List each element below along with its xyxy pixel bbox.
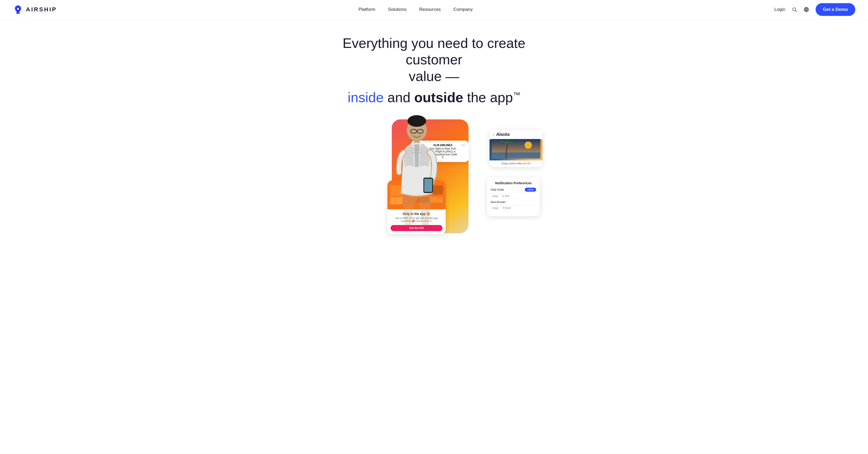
svg-rect-18 — [492, 152, 540, 158]
language-button[interactable] — [803, 7, 809, 12]
alaska-airlines-card: ‹ Alaska — [490, 130, 542, 167]
svg-rect-11 — [412, 150, 422, 151]
brand-name: AIRSHIP — [26, 6, 57, 13]
person-illustration — [389, 114, 442, 236]
svg-rect-10 — [412, 148, 422, 149]
pref-item-daily-deals: Daily Deals eGifts ● App ● SMS — [491, 188, 536, 198]
globe-icon — [803, 7, 809, 12]
nav-item-company[interactable]: Company — [453, 7, 473, 12]
svg-point-8 — [407, 115, 426, 127]
get-demo-button[interactable]: Get a Demo — [815, 3, 855, 16]
search-button[interactable] — [792, 7, 797, 12]
nav-link-solutions[interactable]: Solutions — [388, 7, 406, 12]
hero-headline: Everything you need to create customer v… — [331, 35, 537, 85]
alaska-promo-text: Enjoy some miles on us! — [490, 160, 542, 167]
alaska-scene-svg — [492, 138, 540, 159]
hero-subheadline: inside and outside the app™ — [348, 89, 520, 107]
person-svg — [389, 114, 442, 236]
nav-menu: Platform Solutions Resources Company — [359, 7, 473, 12]
airship-logo-icon — [13, 4, 23, 15]
pref-row-daily: Daily Deals eGifts — [491, 188, 536, 192]
search-icon — [792, 7, 797, 12]
svg-point-0 — [17, 8, 19, 10]
nav-link-resources[interactable]: Resources — [419, 7, 441, 12]
pref-divider-2 — [491, 205, 536, 205]
navbar: AIRSHIP Platform Solutions Resources Com… — [0, 0, 868, 19]
nav-item-resources[interactable]: Resources — [419, 7, 441, 12]
svg-point-1 — [793, 8, 796, 11]
brand-logo[interactable]: AIRSHIP — [13, 4, 57, 15]
alaska-image — [490, 139, 542, 160]
svg-point-17 — [525, 141, 532, 149]
nav-link-platform[interactable]: Platform — [359, 7, 375, 12]
hero-section: Everything you need to create customer v… — [0, 19, 868, 252]
pref-row-arrivals: New Arrivals — [491, 201, 536, 204]
pref-item-new-arrivals: New Arrivals ● App ✉ Email — [491, 201, 536, 210]
pref-chips-daily: ● App ● SMS — [491, 194, 536, 198]
pref-divider — [491, 193, 536, 193]
nav-item-solutions[interactable]: Solutions — [388, 7, 406, 12]
nav-link-company[interactable]: Company — [453, 7, 473, 12]
nav-item-platform[interactable]: Platform — [359, 7, 375, 12]
login-link[interactable]: Login — [774, 7, 785, 12]
alaska-header: ‹ Alaska — [490, 130, 542, 139]
svg-rect-12 — [412, 152, 422, 153]
nav-right-actions: Login Get a Demo — [774, 3, 855, 16]
svg-rect-15 — [424, 179, 432, 192]
notification-prefs-card: Notification Preferences Daily Deals eGi… — [487, 178, 540, 216]
svg-line-2 — [796, 10, 797, 12]
hero-visual: KLM KLM AIRLINES Your flight to New York… — [326, 119, 542, 252]
pref-chips-arrivals: ● App ✉ Email — [491, 206, 536, 210]
